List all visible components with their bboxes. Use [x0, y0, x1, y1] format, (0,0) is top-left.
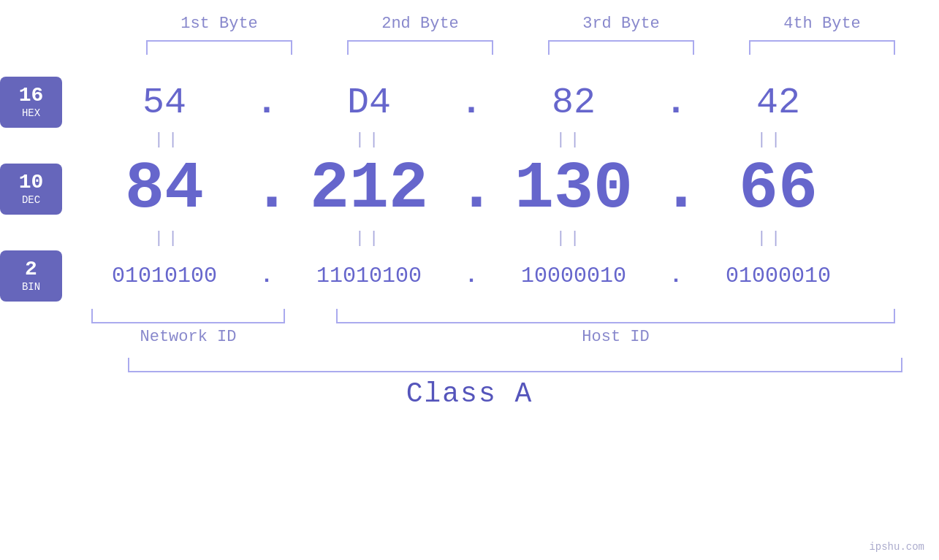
hex-byte4: 42 — [691, 82, 866, 123]
equals-row-2: || || || || — [68, 229, 872, 248]
hex-byte3: 82 — [486, 82, 661, 123]
dec-row: 10 DEC 84 . 212 . 130 . 66 — [0, 152, 939, 226]
byte-headers: 1st Byte 2nd Byte 3rd Byte 4th Byte — [119, 15, 923, 33]
hex-dot3: . — [661, 82, 691, 123]
dec-dot2: . — [457, 152, 486, 226]
hex-dot1: . — [252, 82, 281, 123]
bottom-section: Network ID Host ID — [0, 309, 939, 346]
host-id-label: Host ID — [336, 328, 895, 346]
byte2-header: 2nd Byte — [340, 15, 501, 33]
dec-byte3: 130 — [486, 152, 661, 226]
bracket-byte2 — [347, 40, 493, 55]
bin-byte1: 01010100 — [77, 264, 252, 288]
eq2-4: || — [683, 229, 859, 248]
bracket-byte1 — [146, 40, 292, 55]
hex-badge-number: 16 — [19, 85, 44, 106]
top-brackets — [119, 40, 923, 55]
hex-byte2: D4 — [281, 82, 457, 123]
bin-row: 2 BIN 01010100 . 11010100 . 10000010 . 0… — [0, 250, 939, 302]
byte4-header: 4th Byte — [742, 15, 902, 33]
dec-byte4: 66 — [691, 152, 866, 226]
class-label: Class A — [406, 378, 533, 410]
bracket-byte4 — [749, 40, 895, 55]
byte3-header: 3rd Byte — [541, 15, 702, 33]
bin-dot3: . — [661, 264, 691, 288]
equals-row-1: || || || || — [68, 131, 872, 149]
hex-badge-label: HEX — [22, 107, 40, 119]
eq1-3: || — [482, 131, 658, 149]
dec-badge-label: DEC — [22, 194, 40, 206]
network-bracket — [91, 309, 285, 323]
dec-dot1: . — [252, 152, 281, 226]
eq2-3: || — [482, 229, 658, 248]
bin-badge: 2 BIN — [0, 250, 62, 302]
dec-badge-number: 10 — [19, 172, 44, 193]
hex-dot2: . — [457, 82, 486, 123]
host-bracket — [336, 309, 895, 323]
hex-row: 16 HEX 54 . D4 . 82 . 42 — [0, 77, 939, 128]
eq2-1: || — [80, 229, 256, 248]
dec-dot3: . — [661, 152, 691, 226]
dec-byte2: 212 — [281, 152, 457, 226]
bin-dot1: . — [252, 264, 281, 288]
bin-badge-number: 2 — [25, 259, 37, 280]
bin-byte4: 01000010 — [691, 264, 866, 288]
outer-bracket — [128, 358, 902, 372]
hex-badge: 16 HEX — [0, 77, 62, 128]
id-labels: Network ID Host ID — [91, 328, 895, 346]
dec-values: 84 . 212 . 130 . 66 — [77, 152, 939, 226]
watermark: ipshu.com — [869, 541, 924, 553]
eq1-2: || — [281, 131, 457, 149]
main-container: 1st Byte 2nd Byte 3rd Byte 4th Byte 16 H… — [0, 0, 939, 560]
network-id-label: Network ID — [91, 328, 285, 346]
dec-badge: 10 DEC — [0, 164, 62, 215]
bin-byte3: 10000010 — [486, 264, 661, 288]
byte1-header: 1st Byte — [139, 15, 300, 33]
eq2-2: || — [281, 229, 457, 248]
bracket-byte3 — [548, 40, 694, 55]
bin-badge-label: BIN — [22, 281, 40, 293]
dec-byte1: 84 — [77, 152, 252, 226]
bottom-bracket-row — [91, 309, 895, 323]
hex-byte1: 54 — [77, 82, 252, 123]
hex-values: 54 . D4 . 82 . 42 — [77, 82, 939, 123]
eq1-1: || — [80, 131, 256, 149]
bin-dot2: . — [457, 264, 486, 288]
bin-byte2: 11010100 — [281, 264, 457, 288]
bin-values: 01010100 . 11010100 . 10000010 . 0100001… — [77, 264, 939, 288]
eq1-4: || — [683, 131, 859, 149]
